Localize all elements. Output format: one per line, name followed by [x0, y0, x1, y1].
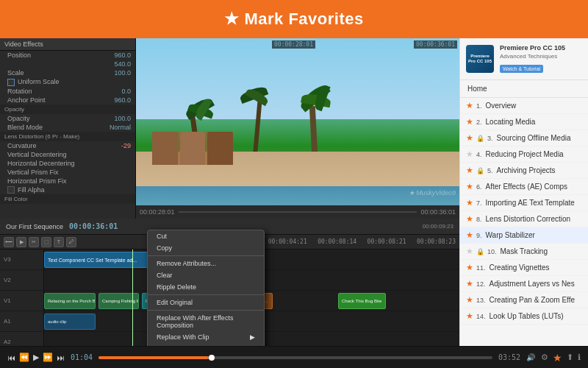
clip-a1-1[interactable]: audio clip	[44, 314, 96, 330]
sidebar-label-11: Creating Vignettes	[490, 263, 582, 272]
tool-button-5[interactable]: T	[54, 237, 64, 247]
ctx-ripple-delete[interactable]: Ripple Delete	[148, 281, 264, 293]
video-bottom-controls: 00:00:28:01 00:00:36:01	[136, 205, 459, 219]
play-pause-button[interactable]: ▶	[33, 353, 39, 362]
clip-v1-1[interactable]: Relaxing on the Porch Bose Mini...	[44, 293, 96, 309]
ctx-copy[interactable]: Copy	[148, 242, 264, 254]
sidebar-item-12[interactable]: ★12.Adjustment Layers vs Nes	[460, 276, 588, 292]
playhead	[132, 250, 133, 346]
sidebar-label-6: After Effects (AE) Comps	[486, 182, 582, 191]
sidebar-item-9[interactable]: ★9.Warp Stabilizer	[460, 227, 588, 244]
video-timecode-display: 00:00:28:01	[140, 208, 175, 216]
tool-button-2[interactable]: ▶	[16, 237, 26, 247]
effects-row-opacity: Opacity 100.0	[0, 114, 135, 123]
sidebar-item-4[interactable]: ★4.Reducing Project Media	[460, 146, 588, 163]
vprism-label: Vertical Prism Fix	[7, 169, 59, 176]
sidebar-num-2: 2.	[476, 118, 482, 126]
sidebar-item-3[interactable]: ★🔒3.Sourcing Offline Media	[460, 130, 588, 146]
course-thumbnail: Premiere Pro CC 105	[466, 45, 494, 73]
progress-bar[interactable]	[98, 356, 492, 359]
course-header: Premiere Pro CC 105 Premiere Pro CC 105 …	[460, 38, 588, 80]
sidebar-item-14[interactable]: ★14.Look Up Tables (LUTs)	[460, 308, 588, 325]
sidebar-item-8[interactable]: ★8.Lens Distortion Correction	[460, 211, 588, 227]
video-scrub-bar[interactable]	[179, 211, 417, 213]
sidebar-label-9: Warp Stabilizer	[486, 230, 582, 240]
opacity-value: 100.0	[114, 115, 131, 122]
ctx-remove-attributes[interactable]: Remove Attributes...	[148, 258, 264, 269]
favorite-star-icon[interactable]: ★	[553, 352, 562, 364]
effects-row-position: Position 960.0	[0, 51, 135, 60]
sidebar-label-2: Locating Media	[486, 117, 582, 127]
sidebar-num-7: 7.	[476, 199, 482, 207]
ctx-cut[interactable]: Cut	[148, 230, 264, 242]
effects-row-hdecentering: Horizontal Decentering	[0, 159, 135, 168]
rotation-label: Rotation	[7, 88, 32, 95]
prev-frame-button[interactable]: ⏪	[19, 353, 29, 362]
sidebar-item-13[interactable]: ★13.Creating Pan & Zoom Effe	[460, 292, 588, 308]
sidebar-num-5: 5.	[487, 167, 493, 174]
sidebar-label-5: Archiving Projects	[497, 166, 582, 175]
effects-row-position2: 540.0	[0, 60, 135, 68]
hdecentering-label: Horizontal Decentering	[7, 160, 75, 167]
share-icon[interactable]: ⬆	[567, 353, 573, 362]
course-title: Premiere Pro CC 105	[500, 44, 582, 53]
sidebar-item-2[interactable]: ★2.Locating Media	[460, 114, 588, 130]
effects-row-uniform: Uniform Scale	[0, 77, 135, 87]
sidebar-item-6[interactable]: ★6.After Effects (AE) Comps	[460, 179, 588, 195]
timeline-timecode-display: 00:00:36:01	[69, 222, 118, 230]
track-header-v1: V1	[0, 291, 43, 311]
right-sidebar: Premiere Pro CC 105 Premiere Pro CC 105 …	[459, 38, 588, 346]
effects-panel-title: Video Effects	[4, 40, 43, 48]
tool-button-3[interactable]: ✂	[29, 237, 39, 247]
ctx-clear[interactable]: Clear	[148, 269, 264, 281]
sidebar-star-4: ★	[466, 149, 473, 159]
context-menu: Cut Copy Remove Attributes... Clear Ripp…	[147, 230, 265, 346]
video-duration: 00:00:36:01	[420, 208, 456, 216]
skip-forward-button[interactable]: ⏭	[57, 353, 65, 362]
page-title: ★ Mark Favorites	[224, 10, 363, 29]
ctx-render-replace[interactable]: Render and Replace...	[148, 343, 264, 346]
watch-button[interactable]: Watch & Tutorial	[500, 65, 543, 73]
effects-row-blend: Blend Mode Normal	[0, 123, 135, 132]
sidebar-num-4: 4.	[476, 151, 482, 158]
sidebar-label-12: Adjustment Layers vs Nes	[490, 279, 582, 289]
header-banner: ★ Mark Favorites	[0, 0, 588, 38]
sidebar-item-1[interactable]: ★1.Overview	[460, 98, 588, 114]
ctx-divider-3	[148, 310, 264, 311]
effects-row-hprism: Horizontal Prism Fix	[0, 177, 135, 185]
sidebar-star-11: ★	[466, 263, 473, 272]
sidebar-home[interactable]: Home	[460, 80, 588, 98]
skip-back-button[interactable]: ⏮	[7, 353, 15, 362]
progress-fill	[98, 356, 209, 359]
clip-v1-6[interactable]: Check This Bug Bite	[338, 293, 386, 309]
info-icon[interactable]: ℹ	[578, 353, 581, 362]
ctx-edit-original[interactable]: Edit Original	[148, 297, 264, 308]
sidebar-star-8: ★	[466, 214, 473, 224]
current-timecode: 01:04	[71, 353, 93, 361]
settings-icon[interactable]: ⚙	[541, 353, 548, 362]
sidebar-item-7[interactable]: ★7.Importing AE Text Template	[460, 195, 588, 211]
sidebar-label-4: Reducing Project Media	[486, 149, 582, 159]
volume-icon[interactable]: 🔊	[526, 353, 535, 361]
sidebar-star-3: ★	[466, 133, 473, 143]
sidebar-star-7: ★	[466, 198, 473, 208]
sidebar-label-8: Lens Distortion Correction	[486, 214, 582, 224]
ctx-replace-ae[interactable]: Replace With After Effects Composition	[148, 312, 264, 331]
next-frame-button[interactable]: ⏩	[43, 353, 53, 362]
progress-handle[interactable]	[209, 355, 215, 361]
effects-row-scale: Scale 100.0	[0, 68, 135, 77]
video-scene: 00:00:28:01 00:00:36:01 ★ MuskyVideo9	[136, 38, 459, 219]
tool-button-4[interactable]: ⬚	[41, 237, 51, 247]
position-value2: 540.0	[114, 60, 131, 68]
sidebar-item-10[interactable]: ★🔒10.Mask Tracking	[460, 244, 588, 260]
sidebar-lock-3: 🔒	[476, 135, 484, 142]
tool-button-1[interactable]: ⟵	[4, 237, 14, 247]
sidebar-item-5[interactable]: ★🔒5.Archiving Projects	[460, 163, 588, 179]
sidebar-item-11[interactable]: ★11.Creating Vignettes	[460, 260, 588, 276]
track-headers: V3 V2 V1 A1 A2	[0, 250, 44, 346]
tool-button-6[interactable]: 🖊	[66, 237, 76, 247]
ctx-replace-clip[interactable]: Replace With Clip ▶	[148, 331, 264, 343]
sidebar-star-6: ★	[466, 182, 473, 191]
sidebar-num-8: 8.	[476, 216, 482, 223]
effects-panel: Video Effects Position 960.0 540.0 Scale…	[0, 38, 136, 219]
